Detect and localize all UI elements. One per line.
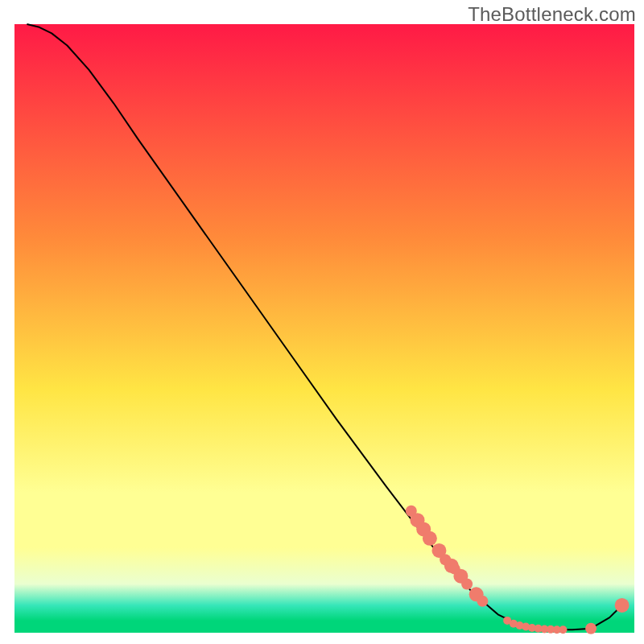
data-point <box>423 531 437 546</box>
data-point <box>559 625 567 634</box>
bottleneck-chart <box>0 0 644 644</box>
data-point <box>615 598 630 613</box>
data-point <box>461 579 473 590</box>
chart-container: TheBottleneck.com <box>0 0 644 644</box>
data-point <box>406 506 417 517</box>
gradient-background <box>14 24 634 633</box>
data-point <box>477 596 488 607</box>
data-point <box>440 554 451 565</box>
watermark-label: TheBottleneck.com <box>468 3 636 26</box>
data-point <box>585 623 597 634</box>
data-point <box>449 564 460 575</box>
